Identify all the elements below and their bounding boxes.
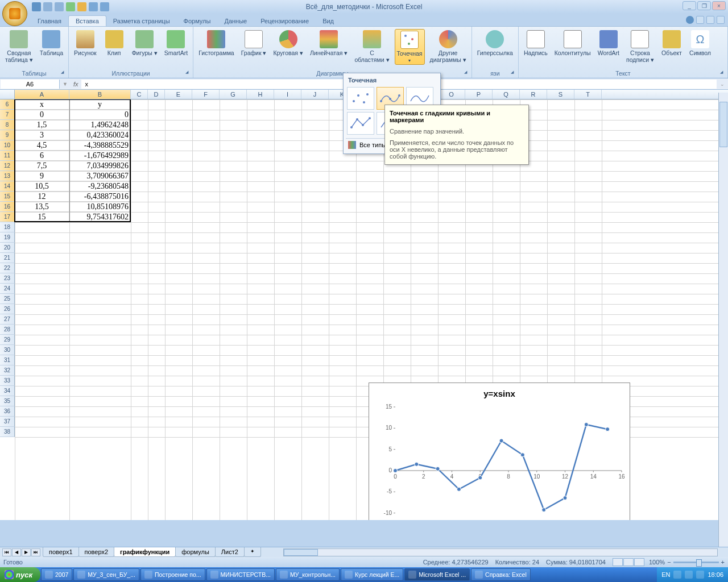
row-header[interactable]: 9 (0, 130, 15, 140)
zoom-level[interactable]: 100% (649, 559, 665, 566)
column-header[interactable]: G (220, 90, 247, 99)
row-header[interactable]: 34 (0, 386, 15, 396)
clip-button[interactable]: Клип (102, 29, 127, 57)
tab-layout[interactable]: Разметка страницы (106, 16, 177, 26)
row-header[interactable]: 6 (0, 99, 15, 110)
row-header[interactable]: 26 (0, 304, 15, 314)
row-header[interactable]: 12 (0, 161, 15, 171)
row-header[interactable]: 10 (0, 140, 15, 151)
maximize-button[interactable]: ❐ (697, 1, 711, 10)
fx-icon[interactable]: fx (73, 81, 78, 88)
row-header[interactable]: 8 (0, 120, 15, 130)
qat-icon[interactable] (66, 2, 75, 11)
column-header[interactable]: T (574, 90, 602, 99)
smartart-button[interactable]: SmartArt (163, 29, 189, 57)
sheet-tab[interactable]: поверх1 (43, 547, 79, 557)
minimize-button[interactable]: _ (682, 1, 696, 10)
view-normal-button[interactable] (613, 558, 623, 566)
zoom-in-button[interactable]: + (721, 559, 725, 566)
row-header[interactable]: 7 (0, 110, 15, 120)
column-header[interactable]: D (148, 90, 165, 99)
hyperlink-button[interactable]: Гиперссылка (475, 29, 515, 57)
zoom-slider[interactable] (673, 562, 719, 563)
embedded-chart[interactable]: y=xsinx-15-10-50510150246810121416 (369, 383, 630, 520)
scatter-chart-button[interactable]: Точечная▾ (395, 29, 425, 65)
row-header[interactable]: 30 (0, 345, 15, 355)
taskbar-item[interactable]: 2007 (41, 568, 72, 581)
row-header[interactable]: 32 (0, 365, 15, 376)
row-header[interactable]: 24 (0, 284, 15, 294)
sheet-nav-next[interactable]: ▶ (22, 548, 31, 556)
save-icon[interactable] (32, 2, 41, 11)
row-header[interactable]: 19 (0, 232, 15, 243)
table-button[interactable]: Таблица (38, 29, 65, 57)
namebox-dropdown-icon[interactable]: ▼ (60, 81, 70, 87)
row-header[interactable]: 27 (0, 314, 15, 325)
area-chart-button[interactable]: С областями ▾ (353, 29, 391, 64)
lang-indicator[interactable]: EN (661, 571, 670, 578)
undo-icon[interactable] (43, 2, 52, 11)
shapes-button[interactable]: Фигуры ▾ (130, 29, 159, 57)
sheet-nav-prev[interactable]: ◀ (12, 548, 21, 556)
column-header[interactable]: B (69, 90, 131, 99)
column-chart-button[interactable]: Гистограмма (197, 29, 236, 57)
headerfooter-button[interactable]: Колонтитулы (553, 29, 593, 57)
row-header[interactable]: 22 (0, 263, 15, 273)
column-header[interactable]: P (465, 90, 493, 99)
row-header[interactable]: 21 (0, 253, 15, 263)
taskbar-item[interactable]: Построение по... (140, 568, 205, 581)
sheet-nav-first[interactable]: ⏮ (2, 548, 11, 556)
column-header[interactable]: O (438, 90, 465, 99)
tab-data[interactable]: Данные (217, 16, 254, 26)
row-header[interactable]: 23 (0, 273, 15, 284)
pie-chart-button[interactable]: Круговая ▾ (272, 29, 305, 57)
taskbar-item[interactable]: МИНИСТЕРСТВ... (206, 568, 275, 581)
column-header[interactable]: F (192, 90, 220, 99)
qat-icon[interactable] (89, 2, 98, 11)
scatter-markers-only[interactable] (347, 87, 374, 110)
clock[interactable]: 18:06 (708, 571, 723, 578)
tray-icon[interactable] (696, 571, 704, 579)
column-header[interactable]: J (301, 90, 329, 99)
row-header[interactable]: 37 (0, 417, 15, 427)
view-pagebreak-button[interactable] (634, 558, 644, 566)
sheet-nav-last[interactable]: ⏭ (31, 548, 40, 556)
taskbar-item[interactable]: МУ_3_сен_БУ_... (73, 568, 139, 581)
other-charts-button[interactable]: Другие диаграммы ▾ (428, 29, 468, 64)
tab-review[interactable]: Рецензирование (254, 16, 316, 26)
taskbar-item[interactable]: Курс лекций E... (341, 568, 403, 581)
expand-formula-icon[interactable]: ⌄ (717, 81, 728, 87)
qat-icon[interactable] (100, 2, 109, 11)
symbol-button[interactable]: ΩСимвол (688, 29, 713, 57)
vertical-scrollbar[interactable] (718, 93, 728, 547)
wordart-button[interactable]: WordArt (596, 29, 621, 57)
office-button[interactable] (2, 1, 27, 26)
pivot-table-button[interactable]: Сводная таблица ▾ (3, 29, 35, 64)
taskbar-item[interactable]: Microsoft Excel ... (404, 568, 470, 581)
qat-icon[interactable] (77, 2, 86, 11)
row-header[interactable]: 15 (0, 192, 15, 202)
mdi-close-icon[interactable] (717, 16, 725, 24)
start-button[interactable]: пуск (0, 567, 40, 582)
close-button[interactable]: × (712, 1, 726, 10)
column-header[interactable]: R (520, 90, 547, 99)
row-header[interactable]: 38 (0, 427, 15, 437)
signature-button[interactable]: Строка подписи ▾ (624, 29, 656, 64)
zoom-out-button[interactable]: − (667, 559, 671, 566)
row-header[interactable]: 14 (0, 181, 15, 192)
row-header[interactable]: 36 (0, 406, 15, 417)
scatter-straight-markers[interactable] (347, 112, 374, 135)
object-button[interactable]: Объект (659, 29, 684, 57)
sheet-tab[interactable]: поверх2 (78, 547, 115, 557)
column-header[interactable]: E (165, 90, 192, 99)
name-box[interactable]: A6 (1, 80, 60, 89)
tab-formulas[interactable]: Формулы (177, 16, 218, 26)
tray-icon[interactable] (673, 571, 681, 579)
mdi-restore-icon[interactable] (706, 16, 714, 24)
select-all-button[interactable] (0, 90, 15, 99)
sheet-tab[interactable]: формулы (175, 547, 216, 557)
bar-chart-button[interactable]: Линейчатая ▾ (308, 29, 349, 57)
spreadsheet-grid[interactable]: 6789101112131415161718192021222324252627… (0, 99, 728, 520)
row-header[interactable]: 11 (0, 151, 15, 161)
row-header[interactable]: 13 (0, 171, 15, 181)
